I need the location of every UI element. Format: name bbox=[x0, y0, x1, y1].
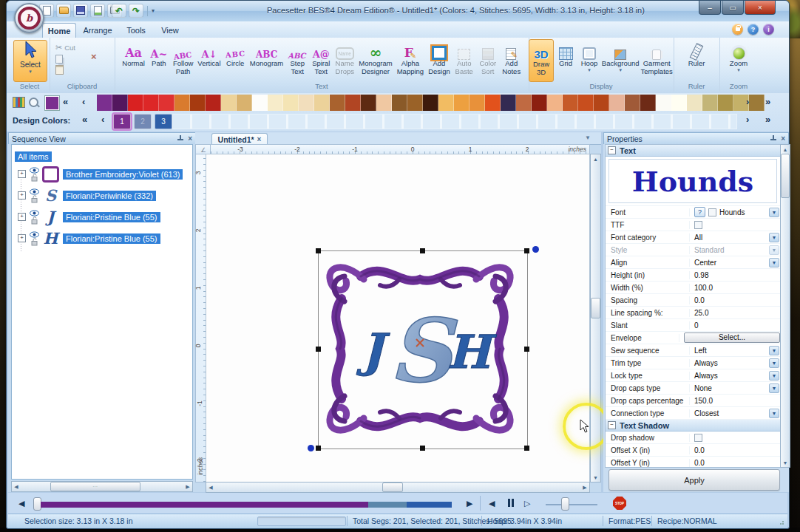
sim-pause-icon[interactable] bbox=[508, 499, 514, 507]
sequence-view-header[interactable]: Sequence View × bbox=[8, 132, 196, 144]
select-button[interactable]: Select ▾ bbox=[13, 40, 47, 82]
ribbon-button[interactable]: Zoom ▾ bbox=[727, 39, 750, 82]
scroll-down-icon[interactable]: ▼ bbox=[591, 473, 600, 482]
scroll-up-icon[interactable]: ▲ bbox=[781, 145, 790, 154]
sim-play-icon[interactable]: ▶ bbox=[467, 499, 472, 508]
resize-grip[interactable] bbox=[777, 518, 784, 525]
dropdown-arrow-icon[interactable]: ▼ bbox=[769, 208, 779, 217]
thread-color-swatch[interactable] bbox=[749, 95, 765, 111]
property-row[interactable]: Font category All All ▼ bbox=[606, 231, 780, 244]
selection-bounding-box[interactable] bbox=[318, 250, 528, 449]
design-color-chip[interactable]: 3 bbox=[155, 114, 172, 129]
thread-color-swatch[interactable] bbox=[174, 95, 190, 111]
sim-segment-periwinkle[interactable] bbox=[368, 502, 407, 508]
scroll-left-icon[interactable]: ◀ bbox=[206, 483, 215, 492]
sim-speed-track[interactable] bbox=[546, 504, 597, 505]
sim-forward-icon[interactable]: ▷ bbox=[524, 499, 530, 508]
ribbon-tab[interactable]: Arrange bbox=[78, 23, 118, 37]
property-row[interactable]: Connection type Closest Closest ▼ bbox=[606, 407, 780, 420]
font-value[interactable]: Hounds bbox=[719, 208, 745, 216]
thread-color-swatch[interactable] bbox=[423, 95, 438, 111]
thread-color-swatch[interactable] bbox=[252, 95, 268, 111]
sim-step-back-icon[interactable]: ◀ bbox=[18, 499, 24, 508]
palette-grid-icon[interactable] bbox=[13, 96, 25, 109]
sequence-item[interactable]: + H bbox=[12, 228, 192, 248]
ribbon-button[interactable]: Monogram Designer ▾ bbox=[356, 39, 394, 82]
dropdown-arrow-icon[interactable]: ▼ bbox=[769, 245, 779, 255]
thread-color-swatch[interactable] bbox=[640, 95, 656, 111]
font-help-button[interactable]: ? bbox=[694, 207, 705, 217]
scroll-left-icon[interactable]: ◀ bbox=[12, 482, 21, 491]
thread-color-swatch[interactable] bbox=[299, 95, 314, 111]
thread-color-swatch[interactable] bbox=[143, 95, 159, 111]
thread-color-swatch[interactable] bbox=[594, 95, 609, 111]
collapse-icon[interactable]: − bbox=[608, 146, 616, 154]
info-icon[interactable]: i bbox=[763, 24, 774, 35]
dropdown-arrow-icon[interactable]: ▼ bbox=[769, 371, 779, 381]
thread-color-swatch[interactable] bbox=[330, 95, 345, 111]
undo-button[interactable]: ↶ bbox=[112, 4, 126, 18]
thread-color-swatch[interactable] bbox=[392, 95, 407, 111]
checkbox[interactable] bbox=[694, 434, 702, 442]
thread-search-icon[interactable] bbox=[27, 96, 40, 109]
sequence-item[interactable]: + J bbox=[12, 207, 192, 227]
sequence-horizontal-scrollbar[interactable]: ◀ ⋯ ▶ bbox=[11, 481, 193, 492]
ribbon-button[interactable]: Name Drops ▾ bbox=[333, 39, 356, 82]
thread-color-swatch[interactable] bbox=[128, 95, 143, 111]
ribbon-button[interactable]: Auto Baste ▾ bbox=[452, 39, 476, 82]
design-colors-last-icon[interactable]: » bbox=[765, 115, 770, 125]
thread-color-swatch[interactable] bbox=[470, 95, 485, 111]
scrollbar-thumb[interactable] bbox=[382, 482, 403, 492]
ribbon-button[interactable]: Background ▾ bbox=[601, 39, 640, 82]
lock-open-icon[interactable] bbox=[31, 238, 38, 246]
ribbon-button[interactable]: Follow Path ▾ bbox=[171, 39, 195, 82]
ribbon-button[interactable]: Add Notes ▾ bbox=[500, 39, 523, 82]
ribbon-button[interactable]: Circle ▾ bbox=[223, 39, 248, 82]
ribbon-tab[interactable]: Tools bbox=[121, 23, 152, 37]
property-row[interactable]: Trim type Always Always ▼ bbox=[606, 357, 780, 369]
visibility-eye-icon[interactable] bbox=[30, 231, 39, 238]
checkbox[interactable] bbox=[694, 221, 702, 229]
design-color-chip[interactable]: 2 bbox=[134, 114, 152, 129]
thread-color-swatch[interactable] bbox=[516, 95, 532, 111]
thread-color-swatch[interactable] bbox=[237, 95, 252, 111]
help-icon[interactable]: ? bbox=[748, 24, 759, 35]
thread-color-swatch[interactable] bbox=[609, 95, 625, 111]
thread-color-swatch[interactable] bbox=[501, 95, 516, 111]
visibility-eye-icon[interactable] bbox=[30, 188, 39, 195]
collapse-icon[interactable]: − bbox=[608, 421, 616, 429]
sim-segment-blue[interactable] bbox=[407, 502, 452, 508]
thread-color-swatch[interactable] bbox=[361, 95, 376, 111]
lock-open-icon[interactable] bbox=[31, 174, 38, 182]
thread-color-swatch[interactable] bbox=[532, 95, 547, 111]
properties-header[interactable]: Properties × bbox=[603, 132, 789, 144]
scrollbar-thumb[interactable]: ⋯ bbox=[50, 482, 140, 491]
lock-open-icon[interactable] bbox=[31, 195, 38, 203]
dropdown-arrow-icon[interactable]: ▼ bbox=[769, 383, 779, 393]
quick-access-button[interactable] bbox=[73, 4, 88, 18]
expand-icon[interactable]: + bbox=[18, 213, 26, 221]
sequence-item[interactable]: + S bbox=[12, 185, 192, 205]
close-button[interactable]: × bbox=[745, 1, 776, 15]
selection-handle-top-left[interactable] bbox=[316, 248, 321, 253]
property-row[interactable]: Style Standard Standard ▼ bbox=[606, 244, 780, 256]
thread-color-swatch[interactable] bbox=[656, 95, 671, 111]
dropdown-arrow-icon[interactable]: ▼ bbox=[769, 233, 779, 242]
thread-color-swatch[interactable] bbox=[687, 95, 702, 111]
quick-access-button[interactable] bbox=[56, 4, 71, 18]
thread-color-swatch[interactable] bbox=[407, 95, 423, 111]
paste-button[interactable] bbox=[55, 64, 75, 75]
sequence-item[interactable]: + bbox=[12, 164, 192, 184]
minimize-button[interactable]: – bbox=[699, 1, 721, 15]
ribbon-button[interactable]: Grid ▾ bbox=[554, 39, 577, 82]
thread-color-swatch[interactable] bbox=[345, 95, 361, 111]
sim-speed-handle[interactable] bbox=[561, 497, 569, 511]
thread-color-swatch[interactable] bbox=[454, 95, 470, 111]
redo-button[interactable]: ↷ bbox=[129, 4, 143, 18]
selection-handle-bottom-left[interactable] bbox=[316, 446, 321, 451]
palette-last-icon[interactable]: » bbox=[765, 97, 770, 107]
close-tab-icon[interactable]: × bbox=[257, 136, 262, 143]
selection-handle-middle-right[interactable] bbox=[524, 347, 529, 352]
ribbon-button[interactable]: Spiral Text ▾ bbox=[309, 39, 333, 82]
palette-prev-icon[interactable]: ‹ bbox=[82, 97, 85, 107]
